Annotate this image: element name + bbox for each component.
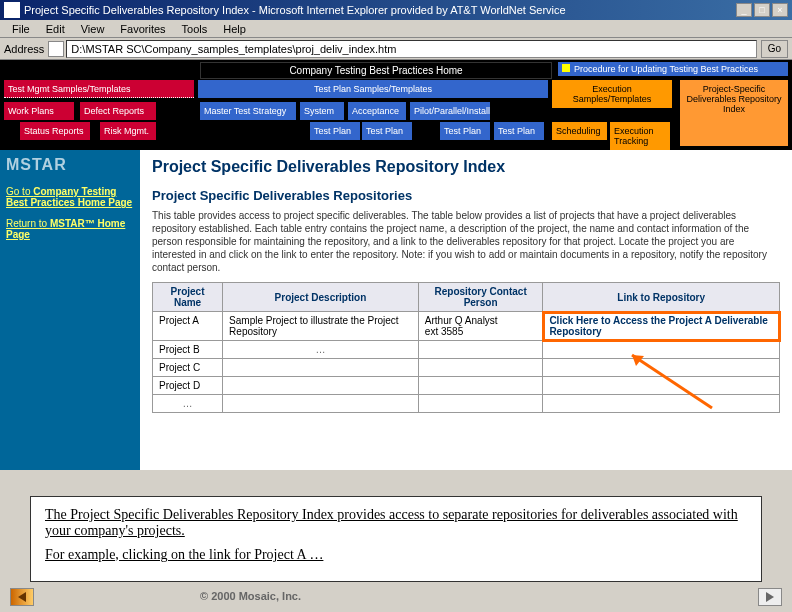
cell-desc	[223, 377, 419, 395]
cell-desc: …	[223, 341, 419, 359]
close-button[interactable]: ×	[772, 3, 788, 17]
next-slide-button[interactable]	[758, 588, 782, 606]
slide-nav-back	[10, 588, 34, 606]
nav-system[interactable]: System	[300, 102, 344, 120]
menu-bar: File Edit View Favorites Tools Help	[0, 20, 792, 38]
nav-pilot[interactable]: Pilot/Parallel/Install	[410, 102, 490, 120]
mstar-logo: MSTAR	[6, 156, 134, 174]
arrow-right-icon	[766, 592, 774, 602]
th-desc: Project Description	[223, 283, 419, 312]
cell-contact	[418, 341, 543, 359]
square-icon	[562, 64, 570, 72]
menu-favorites[interactable]: Favorites	[112, 23, 173, 35]
sidebar-link2-pre: Return to	[6, 218, 50, 229]
nav-testplan-header[interactable]: Test Plan Samples/Templates	[198, 80, 548, 98]
table-header-row: Project Name Project Description Reposit…	[153, 283, 780, 312]
nav-procedure[interactable]: Procedure for Updating Testing Best Prac…	[558, 62, 788, 76]
nav-scheduling[interactable]: Scheduling	[552, 122, 607, 140]
cell-link	[543, 341, 780, 359]
sidebar: MSTAR Go to Company Testing Best Practic…	[0, 150, 140, 470]
content-area: MSTAR Go to Company Testing Best Practic…	[0, 150, 792, 470]
cell-name: Project B	[153, 341, 223, 359]
th-name: Project Name	[153, 283, 223, 312]
arrow-left-icon	[18, 592, 26, 602]
menu-edit[interactable]: Edit	[38, 23, 73, 35]
maximize-button[interactable]: □	[754, 3, 770, 17]
cell-desc	[223, 359, 419, 377]
nav-workplans[interactable]: Work Plans	[4, 102, 74, 120]
sidebar-link-mstar-home[interactable]: Return to MSTAR™ Home Page	[6, 218, 134, 240]
projects-table: Project Name Project Description Reposit…	[152, 282, 780, 413]
address-label: Address	[4, 43, 44, 55]
nav-master-strategy[interactable]: Master Test Strategy	[200, 102, 296, 120]
nav-test-mgmt[interactable]: Test Mgmt Samples/Templates	[4, 80, 194, 98]
table-row: Project A Sample Project to illustrate t…	[153, 312, 780, 341]
window-title: Project Specific Deliverables Repository…	[24, 4, 736, 16]
prev-slide-button[interactable]	[10, 588, 34, 606]
go-button[interactable]: Go	[761, 40, 788, 58]
nav-tp4[interactable]: Test Plan	[494, 122, 544, 140]
table-row: Project B …	[153, 341, 780, 359]
repo-link-project-a[interactable]: Click Here to Access the Project A Deliv…	[549, 315, 767, 337]
menu-help[interactable]: Help	[215, 23, 254, 35]
menu-tools[interactable]: Tools	[174, 23, 216, 35]
cell-contact	[418, 359, 543, 377]
nav-home[interactable]: Company Testing Best Practices Home	[200, 62, 552, 79]
th-contact: Repository Contact Person	[418, 283, 543, 312]
cell-name: Project C	[153, 359, 223, 377]
address-input[interactable]	[66, 40, 756, 58]
nav-tp1[interactable]: Test Plan	[310, 122, 360, 140]
callout-p2: For example, clicking on the link for Pr…	[45, 547, 747, 563]
page-icon	[48, 41, 64, 57]
window-titlebar: Project Specific Deliverables Repository…	[0, 0, 792, 20]
cell-link	[543, 359, 780, 377]
cell-dots: …	[153, 395, 223, 413]
explanation-callout: The Project Specific Deliverables Reposi…	[30, 496, 762, 582]
main-content: Project Specific Deliverables Repository…	[140, 150, 792, 470]
nav-sitemap: Company Testing Best Practices Home Proc…	[0, 60, 792, 150]
cell-link-highlighted: Click Here to Access the Project A Deliv…	[543, 312, 780, 341]
th-link: Link to Repository	[543, 283, 780, 312]
nav-psd-index[interactable]: Project-Specific Deliverables Repository…	[680, 80, 788, 146]
sidebar-link-best-practices[interactable]: Go to Company Testing Best Practices Hom…	[6, 186, 134, 208]
cell-desc: Sample Project to illustrate the Project…	[223, 312, 419, 341]
cell-name: Project D	[153, 377, 223, 395]
nav-tp3[interactable]: Test Plan	[440, 122, 490, 140]
table-row: Project D	[153, 377, 780, 395]
cell-link	[543, 377, 780, 395]
nav-exec-header[interactable]: Execution Samples/Templates	[552, 80, 672, 108]
nav-acceptance[interactable]: Acceptance	[348, 102, 406, 120]
address-bar: Address Go	[0, 38, 792, 60]
cell-contact: Arthur Q Analyst ext 3585	[418, 312, 543, 341]
page-title: Project Specific Deliverables Repository…	[152, 158, 780, 176]
sidebar-link1-pre: Go to	[6, 186, 33, 197]
menu-file[interactable]: File	[4, 23, 38, 35]
intro-text: This table provides access to project sp…	[152, 209, 780, 274]
table-row-dots: …	[153, 395, 780, 413]
minimize-button[interactable]: _	[736, 3, 752, 17]
menu-view[interactable]: View	[73, 23, 113, 35]
cell-contact	[418, 377, 543, 395]
nav-defect-reports[interactable]: Defect Reports	[80, 102, 156, 120]
slide-nav-forward	[758, 588, 782, 606]
nav-risk-mgmt[interactable]: Risk Mgmt.	[100, 122, 156, 140]
cell-name: Project A	[153, 312, 223, 341]
section-heading: Project Specific Deliverables Repositori…	[152, 188, 780, 203]
table-row: Project C	[153, 359, 780, 377]
callout-p1: The Project Specific Deliverables Reposi…	[45, 507, 747, 539]
ie-icon	[4, 2, 20, 18]
nav-tp2[interactable]: Test Plan	[362, 122, 412, 140]
nav-procedure-label: Procedure for Updating Testing Best Prac…	[574, 64, 758, 74]
nav-exec-tracking[interactable]: Execution Tracking	[610, 122, 670, 150]
copyright-text: © 2000 Mosaic, Inc.	[200, 590, 301, 602]
nav-status-reports[interactable]: Status Reports	[20, 122, 90, 140]
